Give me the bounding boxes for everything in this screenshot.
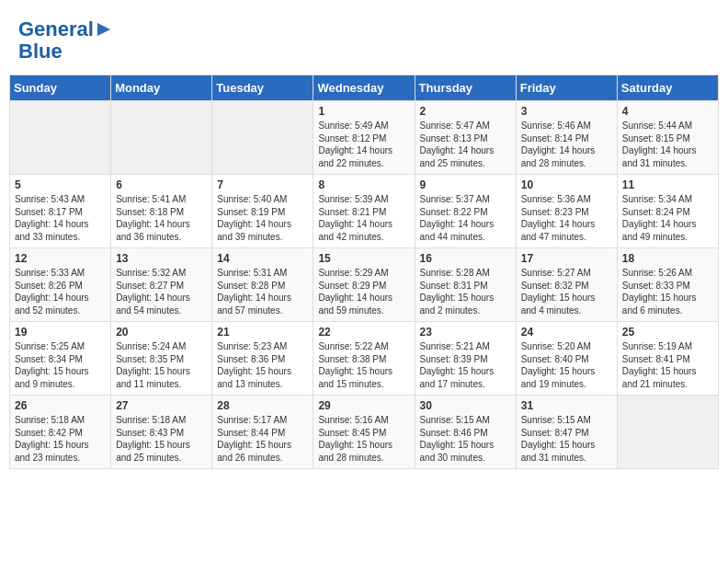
day-number: 31	[521, 399, 612, 412]
day-number: 7	[217, 178, 308, 191]
day-info: Sunrise: 5:34 AM Sunset: 8:24 PM Dayligh…	[622, 193, 713, 243]
weekday-header-cell: Thursday	[415, 75, 516, 101]
calendar-week-row: 1Sunrise: 5:49 AM Sunset: 8:12 PM Daylig…	[10, 101, 719, 175]
day-number: 30	[420, 399, 511, 412]
logo-blue-text: Blue	[18, 40, 63, 63]
calendar-week-row: 12Sunrise: 5:33 AM Sunset: 8:26 PM Dayli…	[10, 248, 719, 322]
day-info: Sunrise: 5:16 AM Sunset: 8:45 PM Dayligh…	[318, 414, 409, 464]
day-info: Sunrise: 5:25 AM Sunset: 8:34 PM Dayligh…	[15, 340, 106, 390]
weekday-header-cell: Saturday	[617, 75, 718, 101]
day-info: Sunrise: 5:37 AM Sunset: 8:22 PM Dayligh…	[420, 193, 511, 243]
day-number: 15	[318, 252, 409, 265]
day-number: 9	[420, 178, 511, 191]
day-number: 27	[116, 399, 207, 412]
day-info: Sunrise: 5:20 AM Sunset: 8:40 PM Dayligh…	[521, 340, 612, 390]
day-info: Sunrise: 5:15 AM Sunset: 8:47 PM Dayligh…	[521, 414, 612, 464]
day-info: Sunrise: 5:23 AM Sunset: 8:36 PM Dayligh…	[217, 340, 308, 390]
day-info: Sunrise: 5:32 AM Sunset: 8:27 PM Dayligh…	[116, 267, 207, 316]
calendar-day-cell: 27Sunrise: 5:18 AM Sunset: 8:43 PM Dayli…	[111, 396, 212, 469]
day-number: 16	[420, 252, 511, 265]
calendar-day-cell: 3Sunrise: 5:46 AM Sunset: 8:14 PM Daylig…	[516, 101, 617, 175]
calendar-week-row: 26Sunrise: 5:18 AM Sunset: 8:42 PM Dayli…	[10, 396, 719, 469]
calendar-day-cell: 31Sunrise: 5:15 AM Sunset: 8:47 PM Dayli…	[516, 396, 617, 469]
weekday-header-cell: Friday	[516, 75, 617, 101]
day-info: Sunrise: 5:39 AM Sunset: 8:21 PM Dayligh…	[318, 193, 409, 243]
calendar-day-cell: 23Sunrise: 5:21 AM Sunset: 8:39 PM Dayli…	[415, 322, 516, 396]
calendar-day-cell: 9Sunrise: 5:37 AM Sunset: 8:22 PM Daylig…	[415, 175, 516, 248]
logo-arrow-icon	[96, 21, 112, 38]
day-number: 23	[420, 326, 511, 339]
calendar-day-cell: 2Sunrise: 5:47 AM Sunset: 8:13 PM Daylig…	[415, 101, 516, 175]
calendar-day-cell: 17Sunrise: 5:27 AM Sunset: 8:32 PM Dayli…	[516, 248, 617, 322]
day-info: Sunrise: 5:44 AM Sunset: 8:15 PM Dayligh…	[622, 120, 713, 169]
day-number: 4	[622, 105, 713, 118]
day-number: 8	[318, 178, 409, 191]
day-info: Sunrise: 5:22 AM Sunset: 8:38 PM Dayligh…	[318, 340, 409, 390]
calendar-table: SundayMondayTuesdayWednesdayThursdayFrid…	[9, 75, 719, 469]
logo-text: General	[18, 18, 94, 40]
day-number: 19	[15, 326, 106, 339]
day-info: Sunrise: 5:18 AM Sunset: 8:43 PM Dayligh…	[116, 414, 207, 464]
calendar-day-cell: 10Sunrise: 5:36 AM Sunset: 8:23 PM Dayli…	[516, 175, 617, 248]
day-info: Sunrise: 5:36 AM Sunset: 8:23 PM Dayligh…	[521, 193, 612, 243]
calendar-day-cell	[111, 101, 212, 175]
day-info: Sunrise: 5:29 AM Sunset: 8:29 PM Dayligh…	[318, 267, 409, 316]
day-info: Sunrise: 5:18 AM Sunset: 8:42 PM Dayligh…	[15, 414, 106, 464]
calendar-day-cell: 7Sunrise: 5:40 AM Sunset: 8:19 PM Daylig…	[212, 175, 313, 248]
day-number: 22	[318, 326, 409, 339]
day-number: 29	[318, 399, 409, 412]
day-number: 21	[217, 326, 308, 339]
calendar-day-cell: 20Sunrise: 5:24 AM Sunset: 8:35 PM Dayli…	[111, 322, 212, 396]
day-number: 6	[116, 178, 207, 191]
calendar-day-cell	[10, 101, 111, 175]
calendar-day-cell: 5Sunrise: 5:43 AM Sunset: 8:17 PM Daylig…	[10, 175, 111, 248]
weekday-header-cell: Wednesday	[313, 75, 415, 101]
weekday-header-row: SundayMondayTuesdayWednesdayThursdayFrid…	[10, 75, 719, 101]
calendar-day-cell: 14Sunrise: 5:31 AM Sunset: 8:28 PM Dayli…	[212, 248, 313, 322]
day-number: 10	[521, 178, 612, 191]
day-info: Sunrise: 5:26 AM Sunset: 8:33 PM Dayligh…	[622, 267, 713, 316]
page-header: General Blue	[9, 9, 719, 67]
calendar-day-cell: 19Sunrise: 5:25 AM Sunset: 8:34 PM Dayli…	[10, 322, 111, 396]
calendar-day-cell: 4Sunrise: 5:44 AM Sunset: 8:15 PM Daylig…	[617, 101, 718, 175]
day-info: Sunrise: 5:40 AM Sunset: 8:19 PM Dayligh…	[217, 193, 308, 243]
day-info: Sunrise: 5:43 AM Sunset: 8:17 PM Dayligh…	[15, 193, 106, 243]
calendar-day-cell: 21Sunrise: 5:23 AM Sunset: 8:36 PM Dayli…	[212, 322, 313, 396]
day-info: Sunrise: 5:41 AM Sunset: 8:18 PM Dayligh…	[116, 193, 207, 243]
day-info: Sunrise: 5:28 AM Sunset: 8:31 PM Dayligh…	[420, 267, 511, 316]
day-number: 18	[622, 252, 713, 265]
calendar-day-cell: 15Sunrise: 5:29 AM Sunset: 8:29 PM Dayli…	[313, 248, 415, 322]
svg-marker-0	[97, 23, 110, 36]
day-info: Sunrise: 5:49 AM Sunset: 8:12 PM Dayligh…	[318, 120, 409, 169]
day-number: 12	[15, 252, 106, 265]
calendar-day-cell: 26Sunrise: 5:18 AM Sunset: 8:42 PM Dayli…	[10, 396, 111, 469]
calendar-day-cell: 12Sunrise: 5:33 AM Sunset: 8:26 PM Dayli…	[10, 248, 111, 322]
day-number: 11	[622, 178, 713, 191]
day-info: Sunrise: 5:21 AM Sunset: 8:39 PM Dayligh…	[420, 340, 511, 390]
calendar-day-cell: 16Sunrise: 5:28 AM Sunset: 8:31 PM Dayli…	[415, 248, 516, 322]
calendar-day-cell: 18Sunrise: 5:26 AM Sunset: 8:33 PM Dayli…	[617, 248, 718, 322]
weekday-header-cell: Monday	[111, 75, 212, 101]
day-number: 13	[116, 252, 207, 265]
calendar-day-cell: 11Sunrise: 5:34 AM Sunset: 8:24 PM Dayli…	[617, 175, 718, 248]
calendar-day-cell: 1Sunrise: 5:49 AM Sunset: 8:12 PM Daylig…	[313, 101, 415, 175]
day-info: Sunrise: 5:24 AM Sunset: 8:35 PM Dayligh…	[116, 340, 207, 390]
calendar-day-cell: 24Sunrise: 5:20 AM Sunset: 8:40 PM Dayli…	[516, 322, 617, 396]
day-number: 25	[622, 326, 713, 339]
day-info: Sunrise: 5:33 AM Sunset: 8:26 PM Dayligh…	[15, 267, 106, 316]
calendar-day-cell: 29Sunrise: 5:16 AM Sunset: 8:45 PM Dayli…	[313, 396, 415, 469]
day-info: Sunrise: 5:46 AM Sunset: 8:14 PM Dayligh…	[521, 120, 612, 169]
day-info: Sunrise: 5:19 AM Sunset: 8:41 PM Dayligh…	[622, 340, 713, 390]
weekday-header-cell: Tuesday	[212, 75, 313, 101]
calendar-day-cell: 8Sunrise: 5:39 AM Sunset: 8:21 PM Daylig…	[313, 175, 415, 248]
calendar-day-cell: 13Sunrise: 5:32 AM Sunset: 8:27 PM Dayli…	[111, 248, 212, 322]
day-info: Sunrise: 5:31 AM Sunset: 8:28 PM Dayligh…	[217, 267, 308, 316]
day-number: 28	[217, 399, 308, 412]
day-info: Sunrise: 5:17 AM Sunset: 8:44 PM Dayligh…	[217, 414, 308, 464]
calendar-day-cell: 30Sunrise: 5:15 AM Sunset: 8:46 PM Dayli…	[415, 396, 516, 469]
day-number: 26	[15, 399, 106, 412]
calendar-week-row: 5Sunrise: 5:43 AM Sunset: 8:17 PM Daylig…	[10, 175, 719, 248]
calendar-day-cell	[212, 101, 313, 175]
day-number: 14	[217, 252, 308, 265]
day-number: 3	[521, 105, 612, 118]
